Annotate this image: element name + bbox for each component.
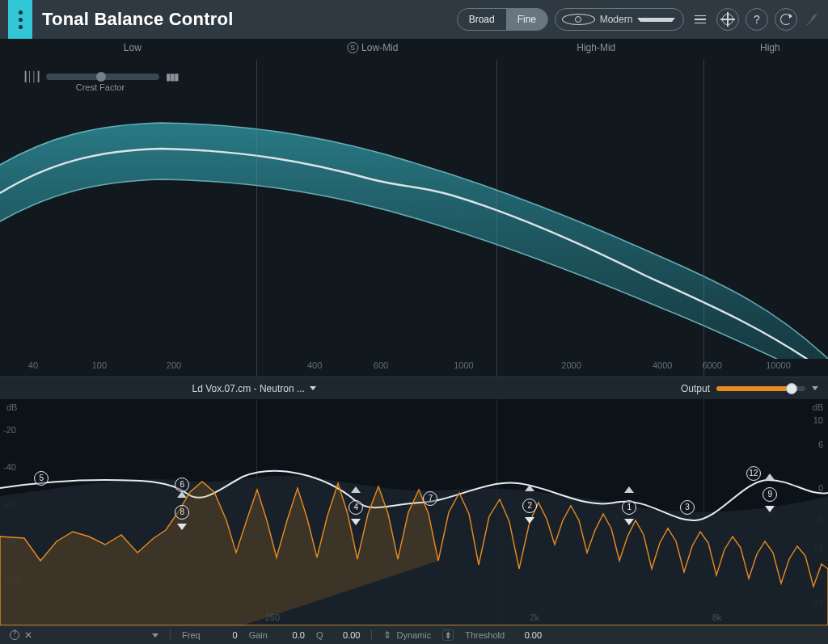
solo-icon: S <box>347 42 358 53</box>
close-icon[interactable]: ✕ <box>24 629 32 641</box>
source-strip: Ld Vox.07.cm - Neutron ... Output <box>0 377 828 399</box>
param-bar: ✕ Freq 0 Gain 0.0 Q 0.00 ⇕ Dynamic ▲▼ Th… <box>0 625 828 644</box>
source-dropdown[interactable]: Ld Vox.07.cm - Neutron ... <box>192 383 316 394</box>
view-mode-broad[interactable]: Broad <box>458 9 506 30</box>
crest-slider[interactable] <box>46 74 159 80</box>
eq-node-1-up[interactable] <box>624 486 634 493</box>
app-title: Tonal Balance Control <box>42 9 233 30</box>
output-slider[interactable] <box>716 386 805 391</box>
target-icon <box>562 14 595 25</box>
view-mode-toggle[interactable]: Broad Fine <box>457 8 548 31</box>
wave-narrow-icon: ┃││┃ <box>23 71 40 82</box>
crest-factor-meter: ┃││┃ ▮▮▮ Crest Factor <box>23 71 178 92</box>
preset-dropdown[interactable]: Modern <box>555 8 684 31</box>
view-mode-fine[interactable]: Fine <box>506 9 547 30</box>
eq-panel[interactable]: dB -20 -40 -60 -80 -100 dB 10 6 0 -6 -12… <box>0 399 828 625</box>
settings-button[interactable] <box>716 8 739 31</box>
power-icon[interactable] <box>10 630 19 640</box>
eq-node-2-up[interactable] <box>525 485 534 491</box>
eq-spectrum <box>0 399 828 625</box>
app-header: Tonal Balance Control Broad Fine Modern … <box>0 0 828 39</box>
eq-node-4-up[interactable] <box>351 486 361 493</box>
output-label: Output <box>681 383 710 394</box>
threshold-control[interactable]: Threshold 0.00 <box>465 630 542 640</box>
band-labels: Low SLow-Mid High-Mid High <box>0 39 828 60</box>
band-high[interactable]: High <box>760 42 780 53</box>
eq-node-2[interactable]: 2 <box>522 499 537 513</box>
band-low-mid[interactable]: SLow-Mid <box>347 42 398 53</box>
chevron-down-icon <box>637 18 675 22</box>
source-name: Ld Vox.07.cm - Neutron ... <box>192 383 305 394</box>
eq-node-8-up[interactable] <box>177 491 187 498</box>
gear-icon <box>722 14 733 25</box>
help-button[interactable]: ? <box>746 8 768 31</box>
eq-node-2-down[interactable] <box>525 517 534 524</box>
eq-node-4-down[interactable] <box>351 519 361 525</box>
eq-node-8-down[interactable] <box>177 524 187 530</box>
eq-node-9[interactable]: 9 <box>763 487 777 502</box>
dynamic-direction[interactable]: ▲▼ <box>442 629 454 641</box>
band-divider <box>256 60 257 377</box>
wave-wide-icon: ▮▮▮ <box>166 71 178 82</box>
eq-node-1-down[interactable] <box>624 519 634 525</box>
menu-icon <box>695 15 706 24</box>
brand-logo <box>8 0 32 39</box>
preset-name: Modern <box>600 14 633 25</box>
band-type-dropdown[interactable] <box>152 633 158 638</box>
reset-button[interactable] <box>775 8 797 31</box>
crest-label: Crest Factor <box>76 82 125 92</box>
dynamic-toggle[interactable]: ⇕ Dynamic <box>383 629 431 641</box>
tonal-balance-display[interactable]: ┃││┃ ▮▮▮ Crest Factor 40 100 200 400 600… <box>0 60 828 377</box>
freq-axis: 40 100 200 400 600 1000 2000 4000 6000 1… <box>0 360 828 372</box>
band-divider <box>703 60 704 377</box>
menu-button[interactable] <box>691 8 710 31</box>
freq-control[interactable]: Freq 0 <box>182 630 238 640</box>
output-menu-icon[interactable] <box>812 386 818 390</box>
gain-control[interactable]: Gain 0.0 <box>249 630 305 640</box>
eq-node-9-down[interactable] <box>765 506 775 512</box>
chevron-down-icon <box>310 386 316 390</box>
reload-icon <box>780 14 792 25</box>
eq-node-9-up[interactable] <box>765 474 775 480</box>
band-low[interactable]: Low <box>124 42 142 53</box>
band-divider <box>496 60 497 377</box>
q-control[interactable]: Q 0.00 <box>316 630 361 640</box>
izotope-icon <box>804 11 820 27</box>
band-high-mid[interactable]: High-Mid <box>577 42 615 53</box>
help-icon: ? <box>754 13 760 26</box>
